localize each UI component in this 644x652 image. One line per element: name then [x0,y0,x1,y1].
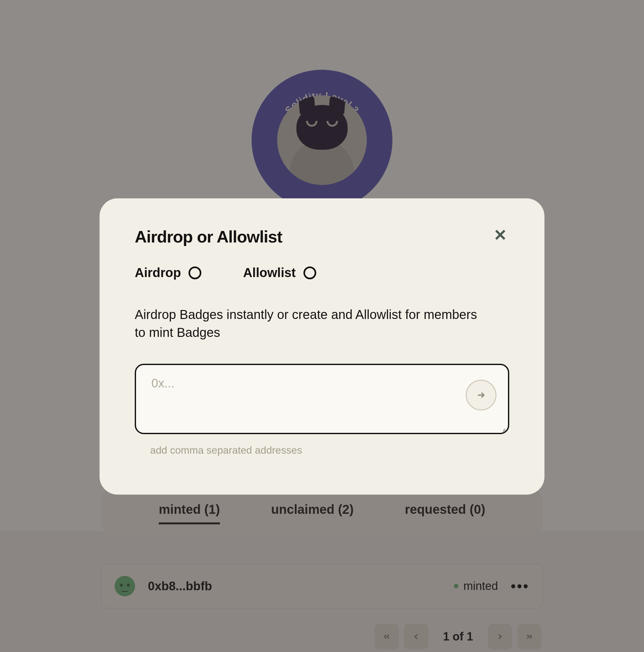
arrow-right-icon [476,390,486,400]
radio-allowlist[interactable]: Allowlist [243,266,316,280]
addresses-input-wrap [135,364,509,435]
radio-circle-icon [304,267,316,279]
modal-header: Airdrop or Allowlist [135,227,509,246]
close-button[interactable] [491,226,509,245]
radio-allowlist-label: Allowlist [243,266,295,280]
radio-circle-icon [188,267,201,279]
modal-title: Airdrop or Allowlist [135,227,282,246]
airdrop-allowlist-modal: Airdrop or Allowlist Airdrop Allowlist A… [100,198,544,495]
addresses-input[interactable] [135,364,509,434]
close-icon [494,228,507,241]
addresses-input-hint: add comma separated addresses [150,444,509,456]
submit-addresses-button[interactable] [466,380,496,410]
textarea-resize-handle[interactable] [500,427,506,432]
mode-radio-group: Airdrop Allowlist [135,266,509,280]
radio-airdrop[interactable]: Airdrop [135,266,201,280]
radio-airdrop-label: Airdrop [135,266,181,280]
modal-description: Airdrop Badges instantly or create and A… [135,305,487,342]
